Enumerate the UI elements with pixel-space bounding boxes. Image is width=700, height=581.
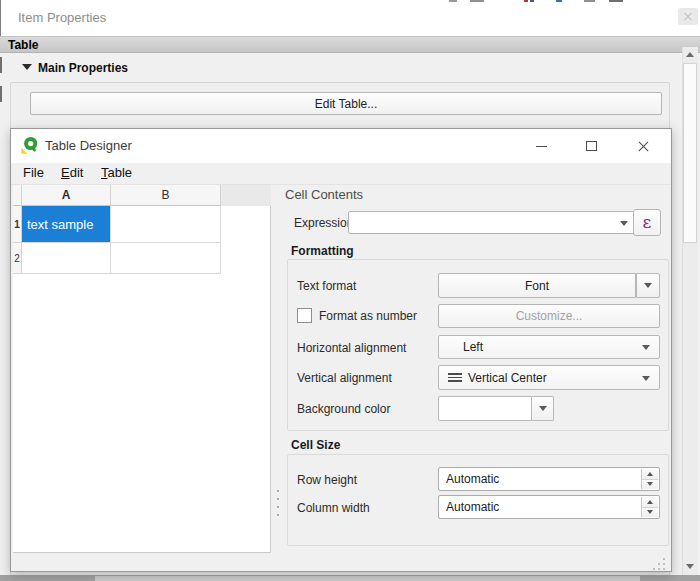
- dialog-title: Table Designer: [45, 138, 132, 153]
- horizontal-alignment-value: Left: [463, 340, 483, 354]
- font-button[interactable]: Font: [438, 273, 636, 298]
- chevron-down-icon: [644, 283, 652, 288]
- customize-button-label: Customize...: [516, 309, 583, 323]
- minimize-icon: [536, 146, 547, 147]
- main-properties-label[interactable]: Main Properties: [38, 61, 128, 75]
- chevron-down-icon[interactable]: [620, 221, 628, 226]
- toolbar-fragment: [556, 0, 562, 2]
- chevron-down-icon: [642, 345, 650, 350]
- chevron-down-icon: [642, 376, 650, 381]
- horizontal-alignment-label: Horizontal alignment: [297, 341, 406, 355]
- dialog-menubar: File Edit Table: [11, 163, 671, 185]
- close-icon: [637, 140, 650, 153]
- row-header-2[interactable]: 2: [13, 243, 22, 274]
- splitter-handle[interactable]: [0, 86, 2, 102]
- row-header-1[interactable]: 1: [13, 206, 22, 243]
- cell-size-heading: Cell Size: [291, 438, 340, 452]
- panel-title: Item Properties: [18, 10, 106, 25]
- panel-splitter-handle[interactable]: [277, 490, 281, 516]
- background-color-dropdown-button[interactable]: [532, 396, 554, 421]
- cell-a2[interactable]: [22, 243, 111, 274]
- vertical-alignment-label: Vertical alignment: [297, 371, 392, 385]
- spin-down-icon[interactable]: [642, 480, 658, 490]
- toolbar-fragment: [609, 0, 623, 2]
- panel-scrollbar-thumb[interactable]: [683, 63, 697, 243]
- horizontal-alignment-dropdown[interactable]: Left: [438, 335, 660, 359]
- epsilon-icon: ε: [643, 214, 652, 231]
- corner-header-cell[interactable]: [13, 185, 22, 206]
- background-color-label: Background color: [297, 402, 390, 416]
- spin-down-icon[interactable]: [642, 508, 658, 518]
- close-button[interactable]: [623, 129, 663, 163]
- spin-up-icon[interactable]: [642, 497, 658, 508]
- toolbar-fragment: [530, 0, 534, 2]
- expression-combobox[interactable]: [348, 211, 638, 234]
- panel-close-button[interactable]: [678, 8, 698, 25]
- expression-builder-button[interactable]: ε: [633, 209, 661, 236]
- formatting-heading: Formatting: [291, 244, 354, 258]
- toolbar-fragment: [584, 0, 595, 2]
- column-width-value: Automatic: [446, 500, 499, 514]
- cell-b2[interactable]: [111, 243, 221, 274]
- table-section-label: Table: [8, 38, 38, 52]
- text-format-label: Text format: [297, 279, 356, 293]
- background-color-swatch[interactable]: [438, 396, 532, 421]
- maximize-button[interactable]: [571, 129, 611, 163]
- toolbar-fragment: [470, 0, 484, 2]
- dialog-titlebar[interactable]: Table Designer: [11, 129, 671, 163]
- menu-table[interactable]: Table: [101, 165, 132, 180]
- menu-file[interactable]: File: [23, 165, 44, 180]
- format-as-number-checkbox[interactable]: [297, 308, 312, 323]
- font-dropdown-button[interactable]: [636, 273, 660, 298]
- column-width-spinbox[interactable]: Automatic: [438, 495, 660, 519]
- vertical-alignment-dropdown[interactable]: Vertical Center: [438, 365, 660, 390]
- maximize-icon: [586, 141, 597, 151]
- scroll-down-icon[interactable]: [686, 564, 694, 569]
- font-button-label: Font: [525, 279, 549, 293]
- vertical-alignment-value: Vertical Center: [468, 371, 547, 385]
- cell-b1[interactable]: [111, 206, 221, 243]
- cell-a1[interactable]: text sample: [22, 206, 111, 243]
- vertical-center-icon: [448, 373, 462, 382]
- chevron-down-icon: [539, 406, 547, 411]
- splitter-handle[interactable]: [0, 57, 2, 73]
- scroll-up-icon[interactable]: [686, 52, 694, 57]
- table-section-bar: Table: [0, 36, 700, 53]
- spin-up-icon[interactable]: [642, 469, 658, 480]
- minimize-button[interactable]: [521, 129, 561, 163]
- row-height-value: Automatic: [446, 472, 499, 486]
- bottom-scrollbar-thumb[interactable]: [95, 576, 640, 581]
- edit-table-button[interactable]: Edit Table...: [30, 92, 662, 115]
- cell-contents-heading: Cell Contents: [285, 187, 363, 202]
- customize-button[interactable]: Customize...: [438, 304, 660, 328]
- qgis-logo-icon: [20, 136, 39, 155]
- edit-table-button-label: Edit Table...: [315, 97, 377, 111]
- expression-label: Expression: [294, 216, 353, 230]
- menu-edit[interactable]: Edit: [61, 165, 83, 180]
- toolbar-fragment: [524, 0, 528, 2]
- column-header-b[interactable]: B: [111, 185, 221, 206]
- format-as-number-label[interactable]: Format as number: [319, 309, 417, 323]
- column-width-label: Column width: [297, 501, 370, 515]
- screen: Item Properties Table Main Properties Ed…: [0, 0, 700, 581]
- toolbar-fragment: [449, 0, 457, 2]
- collapse-triangle-icon[interactable]: [22, 64, 32, 70]
- table-designer-dialog: Table Designer File Edit Table A B 1 2 t…: [10, 128, 672, 572]
- row-height-spinbox[interactable]: Automatic: [438, 467, 660, 491]
- resize-grip[interactable]: [649, 556, 669, 572]
- column-header-a[interactable]: A: [22, 185, 111, 206]
- row-height-label: Row height: [297, 473, 357, 487]
